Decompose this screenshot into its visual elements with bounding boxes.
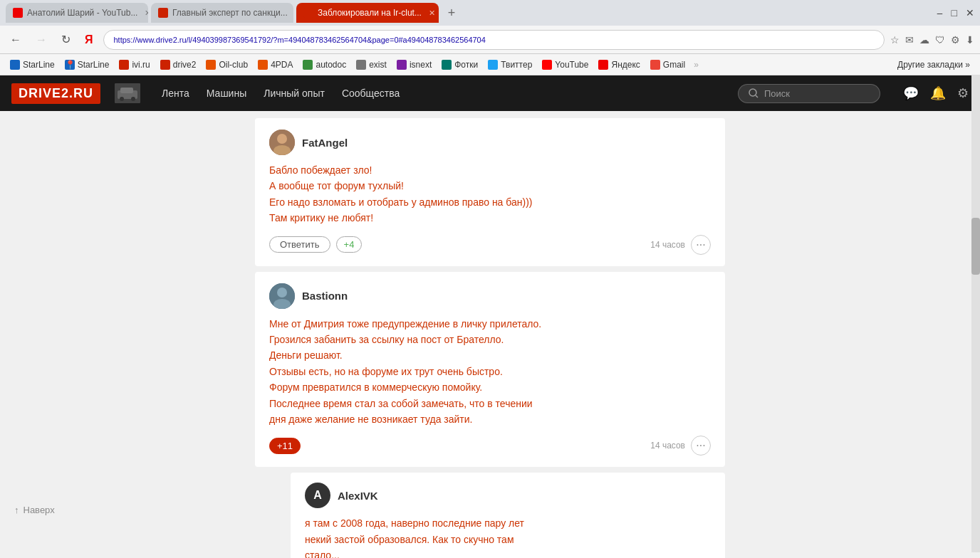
bookmark-yandex[interactable]: Яндекс — [594, 58, 644, 71]
tab-1[interactable]: Анатолий Шарий - YouTub... ✕ — [6, 3, 148, 23]
tab-label-1: Анатолий Шарий - YouTub... — [27, 8, 137, 18]
bookmark-label: StarLine — [23, 60, 55, 70]
close-button[interactable]: ✕ — [966, 7, 974, 19]
tab-favicon-2 — [158, 8, 168, 18]
bookmark-label: ivi.ru — [132, 60, 150, 70]
tab-label-3: Заблокировали на Ir-clut... — [318, 8, 422, 18]
bookmark-twitter[interactable]: Твиттер — [484, 58, 536, 71]
bookmark-drive2[interactable]: drive2 — [156, 58, 201, 71]
mail-icon[interactable]: ✉ — [905, 34, 914, 46]
comment-author-row: Bastionn — [269, 283, 711, 309]
tab-2[interactable]: Главный эксперт по санкци... ✕ — [151, 3, 293, 23]
avatar-fatangel — [269, 130, 295, 155]
scrollbar-thumb[interactable] — [971, 218, 980, 275]
notifications-icon[interactable]: 🔔 — [930, 85, 946, 101]
main-content: FatAngel Бабло побеждает зло! А вообще т… — [0, 111, 980, 558]
title-bar: Анатолий Шарий - YouTub... ✕ Главный экс… — [0, 0, 980, 26]
comment-fatangel: FatAngel Бабло побеждает зло! А вообще т… — [255, 118, 725, 266]
svg-line-6 — [756, 95, 758, 98]
bookmark-favicon — [542, 60, 552, 70]
author-name-bastionn: Bastionn — [302, 290, 348, 302]
bookmark-exist[interactable]: exist — [352, 58, 391, 71]
tab-close-1[interactable]: ✕ — [145, 9, 148, 18]
minimize-button[interactable]: ‒ — [937, 7, 943, 19]
tab-close-3[interactable]: ✕ — [429, 9, 435, 18]
new-tab-button[interactable]: + — [442, 3, 462, 23]
url-field[interactable]: https://www.drive2.ru/l/4940399873695417… — [103, 30, 885, 50]
bookmark-favicon — [598, 60, 608, 70]
tab-label-2: Главный эксперт по санкци... — [172, 8, 288, 18]
bookmark-isnext[interactable]: isnext — [392, 58, 436, 71]
bookmark-favicon: 📍 — [65, 60, 75, 70]
time-label-fatangel: 14 часов — [650, 240, 685, 250]
download-icon[interactable]: ⬇ — [966, 34, 974, 46]
extensions-icon[interactable]: ⚙ — [951, 34, 960, 46]
other-bookmarks-button[interactable]: Другие закладки » — [893, 58, 974, 71]
more-button-fatangel[interactable]: ··· — [691, 235, 711, 255]
vote-button-fatangel[interactable]: +4 — [336, 236, 363, 253]
vote-button-bastionn[interactable]: +11 — [269, 438, 301, 454]
nav-soobshchestva[interactable]: Сообщества — [335, 88, 407, 99]
back-button[interactable]: ← — [6, 31, 26, 49]
address-bar-icons: ☆ ✉ ☁ 🛡 ⚙ ⬇ — [890, 34, 974, 46]
bookmark-starline-2[interactable]: 📍 StarLine — [61, 58, 114, 71]
author-name-alexivk: AlexIVK — [338, 490, 378, 502]
bookmark-favicon — [10, 60, 20, 70]
bookmark-youtube[interactable]: YouTube — [538, 58, 593, 71]
cloud-icon[interactable]: ☁ — [919, 34, 929, 46]
comment-text-bastionn: Мне от Дмитрия тоже предупреждение в лич… — [269, 316, 711, 428]
reply-button-fatangel[interactable]: Ответить — [269, 236, 330, 253]
time-label-bastionn: 14 часов — [650, 441, 685, 451]
bookmark-fotki[interactable]: Фотки — [437, 58, 482, 71]
nav-lichny-opyt[interactable]: Личный опыт — [256, 88, 332, 99]
bookmark-favicon — [442, 60, 452, 70]
tab-3[interactable]: Заблокировали на Ir-clut... ✕ — [296, 3, 439, 23]
site-logo[interactable]: DRIVE2.RU — [11, 83, 100, 104]
svg-point-4 — [131, 97, 135, 101]
url-text: https://www.drive2.ru/l/4940399873695417… — [114, 36, 486, 44]
avatar-alexivk: A — [305, 483, 330, 508]
more-button-bastionn[interactable]: ··· — [691, 436, 711, 456]
back-to-top-label: Наверх — [24, 505, 55, 515]
header-icons: 💬 🔔 ⚙ — [903, 85, 969, 101]
bookmark-label: Oil-club — [219, 60, 248, 70]
bookmark-gmail[interactable]: Gmail — [646, 58, 689, 71]
bookmark-favicon — [356, 60, 366, 70]
bookmark-favicon — [650, 60, 660, 70]
site-header: DRIVE2.RU Лента Машины Личный опыт Сообщ… — [0, 75, 980, 111]
bookmark-oilclub[interactable]: Oil-club — [202, 58, 252, 71]
bookmark-label: StarLine — [78, 60, 110, 70]
shield-icon[interactable]: 🛡 — [935, 34, 945, 46]
bookmark-label: drive2 — [173, 60, 197, 70]
comment-author-row: A AlexIVK — [305, 483, 711, 508]
forward-button[interactable]: → — [31, 31, 51, 49]
bookmark-starline-1[interactable]: StarLine — [6, 58, 59, 71]
search-placeholder: Поиск — [764, 88, 790, 99]
nav-mashiny[interactable]: Машины — [199, 88, 254, 99]
window-controls: ‒ □ ✕ — [937, 7, 974, 19]
bookmark-favicon — [160, 60, 170, 70]
bookmark-favicon — [119, 60, 129, 70]
address-bar: ← → ↻ Я https://www.drive2.ru/l/49403998… — [0, 26, 980, 54]
search-bar[interactable]: Поиск — [738, 84, 880, 103]
svg-point-11 — [277, 288, 287, 298]
bookmark-ivi[interactable]: ivi.ru — [115, 58, 154, 71]
home-button[interactable]: Я — [80, 31, 98, 49]
svg-point-3 — [120, 97, 124, 101]
comment-text-fatangel: Бабло побеждает зло! А вообще тот форум … — [269, 162, 711, 226]
tab-favicon-1 — [13, 8, 23, 18]
reply-alexivk: A AlexIVK я там с 2008 года, наверно пос… — [291, 473, 725, 558]
bookmark-autodoc[interactable]: autodoc — [298, 58, 350, 71]
bookmark-star-icon[interactable]: ☆ — [890, 34, 900, 46]
maximize-button[interactable]: □ — [952, 7, 957, 19]
messages-icon[interactable]: 💬 — [903, 85, 919, 101]
tab-favicon-3 — [303, 8, 313, 18]
nav-lenta[interactable]: Лента — [155, 88, 197, 99]
other-bookmarks-label: Другие закладки » — [897, 60, 970, 70]
settings-icon[interactable]: ⚙ — [957, 85, 969, 101]
comment-actions-fatangel: Ответить +4 14 часов ··· — [269, 235, 711, 255]
bookmark-4pda[interactable]: 4PDA — [254, 58, 297, 71]
back-to-top[interactable]: ↑ Наверх — [14, 505, 55, 515]
content-area: FatAngel Бабло побеждает зло! А вообще т… — [255, 118, 725, 558]
refresh-button[interactable]: ↻ — [57, 30, 75, 49]
